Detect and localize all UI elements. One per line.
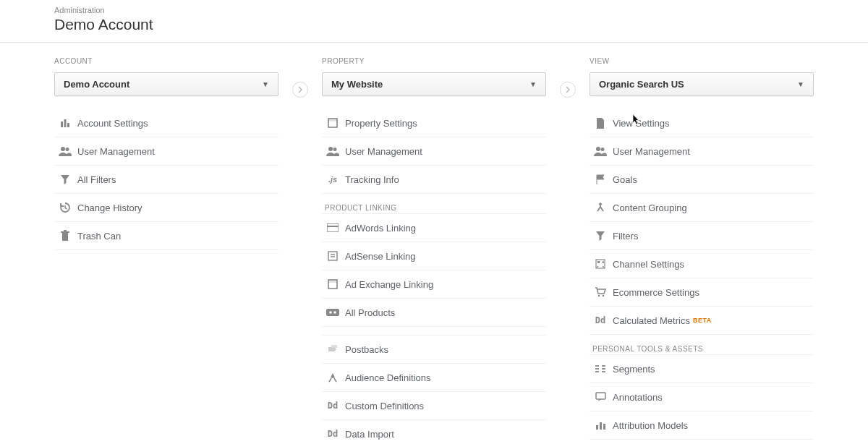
segments-icon [592, 362, 608, 375]
personal-tools-header: PERSONAL TOOLS & ASSETS [590, 335, 814, 355]
svg-rect-7 [64, 230, 67, 231]
property-extras-menu: PostbacksAudience DefinitionsDdCustom De… [322, 336, 546, 444]
menu-item-label: All Filters [77, 174, 116, 185]
caret-down-icon: ▼ [529, 80, 537, 88]
menu-item[interactable]: .jsTracking Info [322, 166, 546, 194]
funnel-icon [57, 173, 73, 186]
menu-item[interactable]: User Management [590, 137, 814, 166]
beta-badge: BETA [693, 317, 712, 324]
menu-item[interactable]: Goals [590, 166, 814, 194]
svg-rect-12 [327, 223, 339, 232]
menu-item[interactable]: Attribution Models [590, 411, 814, 440]
svg-rect-1 [64, 119, 67, 127]
card-icon [325, 221, 341, 234]
svg-point-11 [333, 148, 337, 151]
svg-rect-34 [596, 393, 605, 399]
menu-item-label: View Settings [613, 118, 670, 129]
doc-icon [325, 249, 341, 262]
menu-item-label: Property Settings [345, 118, 417, 129]
flag-icon [592, 173, 608, 186]
menu-item[interactable]: All Products [322, 299, 546, 327]
svg-point-21 [333, 311, 336, 314]
menu-item[interactable]: Ad Exchange Linking [322, 270, 546, 299]
menu-item-label: Change History [77, 202, 142, 213]
svg-rect-6 [61, 231, 69, 233]
property-label: PROPERTY [322, 57, 546, 65]
menu-item[interactable]: Segments [590, 355, 814, 383]
menu-item[interactable]: Postbacks [322, 336, 546, 364]
menu-item[interactable]: AdSense Linking [322, 242, 546, 270]
menu-item-label: Calculated Metrics [613, 315, 690, 326]
menu-item-label: Channel Settings [613, 259, 684, 270]
account-label: ACCOUNT [54, 57, 278, 65]
menu-item[interactable]: User Management [54, 137, 278, 166]
personal-tools-menu: SegmentsAnnotationsAttribution ModelsCus… [590, 355, 814, 444]
menu-item[interactable]: Property Settings [322, 109, 546, 137]
menu-item[interactable]: Change History [54, 194, 278, 222]
menu-item[interactable]: Channel Settings [590, 250, 814, 278]
menu-item-label: User Management [77, 146, 155, 157]
svg-rect-35 [596, 425, 598, 430]
svg-point-26 [598, 295, 600, 297]
property-menu: Property SettingsUser Management.jsTrack… [322, 109, 546, 194]
menu-item-label: Annotations [613, 392, 663, 403]
menu-item[interactable]: Account Settings [54, 109, 278, 137]
js-icon: .js [325, 173, 341, 186]
menu-item[interactable]: Content Grouping [590, 194, 814, 222]
menu-item-label: All Products [345, 307, 395, 318]
menu-item[interactable]: DdCustom Definitions [322, 392, 546, 420]
caret-down-icon: ▼ [262, 80, 269, 88]
svg-point-20 [329, 311, 332, 314]
admin-columns: ACCOUNT Demo Account ▼ Account SettingsU… [0, 43, 868, 444]
menu-item[interactable]: Trash Can [54, 222, 278, 250]
funnel-icon [592, 229, 608, 242]
svg-point-4 [66, 148, 69, 151]
menu-item-label: Goals [613, 174, 637, 185]
menu-item[interactable]: Ecommerce Settings [590, 278, 814, 307]
svg-rect-2 [67, 123, 69, 127]
svg-rect-37 [603, 424, 605, 430]
account-column: ACCOUNT Demo Account ▼ Account SettingsU… [54, 43, 278, 444]
menu-item[interactable]: All Filters [54, 166, 278, 194]
square-icon [325, 278, 341, 291]
menu-item-label: Data Import [345, 429, 394, 440]
channel-icon [592, 257, 608, 270]
menu-item-label: Custom Definitions [345, 401, 424, 411]
dd-icon: Dd [325, 427, 341, 440]
svg-rect-9 [328, 119, 337, 121]
menu-item-label: Segments [613, 364, 655, 375]
menu-item[interactable]: Annotations [590, 383, 814, 411]
menu-item[interactable]: Filters [590, 222, 814, 250]
menu-item-label: Account Settings [77, 118, 148, 129]
menu-item[interactable]: Audience Definitions [322, 364, 546, 392]
spacer [322, 327, 546, 336]
menu-item-label: Audience Definitions [345, 372, 431, 383]
page-icon [592, 116, 608, 129]
view-selector[interactable]: Organic Search US ▼ [590, 72, 814, 96]
svg-rect-5 [62, 233, 68, 241]
property-selector-value: My Website [331, 79, 383, 90]
menu-item-label: User Management [345, 146, 422, 157]
svg-rect-36 [600, 422, 602, 430]
menu-item[interactable]: View Settings [590, 109, 814, 137]
page-header: Administration Demo Account [0, 0, 868, 43]
svg-rect-14 [328, 252, 337, 260]
property-selector[interactable]: My Website ▼ [322, 72, 546, 96]
menu-item-label: Trash Can [77, 231, 121, 242]
menu-item[interactable]: DdData Import [322, 420, 546, 444]
audience-icon [325, 371, 341, 384]
breadcrumb: Administration [54, 6, 814, 14]
menu-item[interactable]: Custom Channel GroupingsBETA [590, 440, 814, 444]
svg-rect-19 [326, 309, 339, 316]
menu-item[interactable]: AdWords Linking [322, 214, 546, 242]
property-column: PROPERTY My Website ▼ Property SettingsU… [322, 43, 546, 444]
menu-item[interactable]: User Management [322, 137, 546, 166]
account-selector-value: Demo Account [64, 79, 129, 90]
page-title: Demo Account [54, 16, 814, 33]
history-icon [57, 201, 73, 214]
account-selector[interactable]: Demo Account ▼ [54, 72, 278, 96]
menu-item[interactable]: DdCalculated MetricsBETA [590, 307, 814, 335]
cart-icon [592, 286, 608, 299]
svg-point-22 [596, 147, 600, 151]
users-icon [592, 145, 608, 158]
